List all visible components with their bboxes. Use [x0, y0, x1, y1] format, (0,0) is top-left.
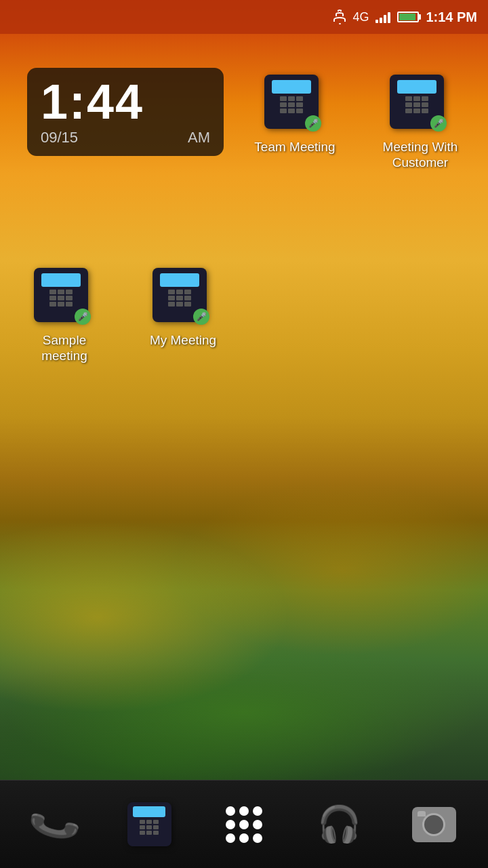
app-my-meeting[interactable]: 🎤 My Meeting: [139, 268, 227, 349]
phone-handset-icon: 📞: [25, 795, 84, 853]
battery-fill: [399, 14, 415, 20]
wifi-icon: [333, 9, 346, 24]
app-label-my-meeting: My Meeting: [150, 333, 216, 349]
app-label-sample-meeting: Sample meeting: [20, 333, 108, 364]
dock-phone[interactable]: 📞: [20, 791, 88, 859]
mic-badge: 🎤: [305, 115, 321, 132]
app-meeting-with-customer[interactable]: 🎤 Meeting With Customer: [376, 75, 464, 171]
network-type-label: 4G: [352, 10, 369, 24]
battery-icon: [397, 12, 419, 22]
apps-area: 🎤 Team Meeting 🎤 Meeting With Customer: [0, 68, 488, 780]
mic-badge-3: 🎤: [75, 309, 91, 325]
headphones-icon: 🎧: [317, 804, 361, 845]
mic-badge-2: 🎤: [430, 115, 447, 132]
app-team-meeting[interactable]: 🎤 Team Meeting: [251, 75, 339, 155]
dock-headphones[interactable]: 🎧: [305, 791, 373, 859]
status-time: 1:14 PM: [426, 9, 477, 25]
signal-bars: [375, 11, 390, 23]
app-label-team-meeting: Team Meeting: [254, 140, 335, 155]
grid-icon: [220, 801, 268, 848]
dock: 📞 🎧: [0, 780, 488, 868]
app-sample-meeting[interactable]: 🎤 Sample meeting: [20, 268, 108, 364]
app-label-meeting-customer: Meeting With Customer: [376, 140, 464, 171]
dock-dialer[interactable]: [210, 791, 278, 859]
dock-camera[interactable]: [400, 791, 468, 859]
status-bar: 4G 1:14 PM: [0, 0, 488, 34]
mic-badge-4: 🎤: [193, 309, 209, 325]
dock-voip-phone[interactable]: [115, 791, 183, 859]
camera-icon: [412, 807, 456, 842]
